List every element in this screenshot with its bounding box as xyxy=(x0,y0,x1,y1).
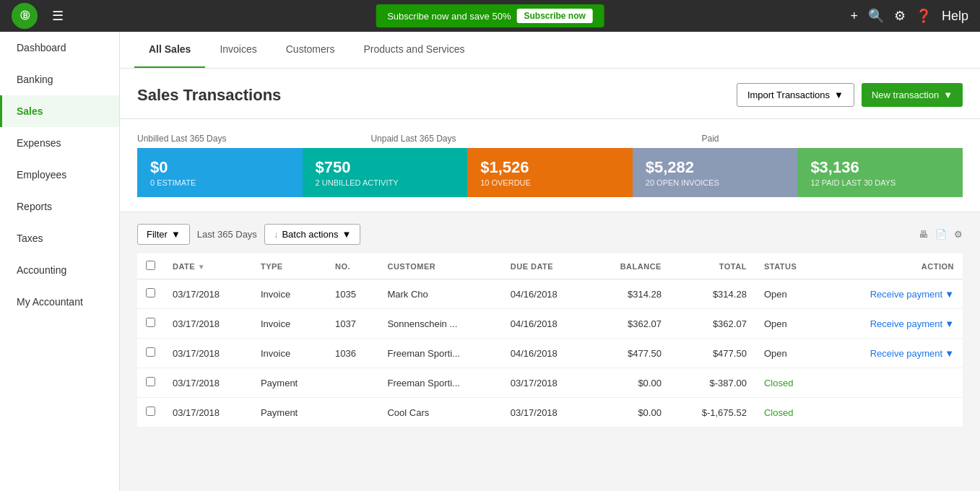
header-actions: Import Transactions ▼ New transaction ▼ xyxy=(737,83,963,107)
export-icon[interactable]: 📄 xyxy=(935,229,947,240)
tab-invoices[interactable]: Invoices xyxy=(205,32,271,68)
row-customer-1: Sonnenschein ... xyxy=(378,309,501,339)
date-sort-icon: ▼ xyxy=(198,263,205,271)
batch-label: Batch actions xyxy=(282,229,338,240)
action-chevron-icon: ▼ xyxy=(945,318,954,329)
gear-icon[interactable]: ⚙ xyxy=(894,8,906,24)
row-status-0: Open xyxy=(755,279,824,309)
sidebar-item-my-accountant[interactable]: My Accountant xyxy=(0,286,119,318)
col-action: ACTION xyxy=(824,253,963,279)
promo-banner: Subscribe now and save 50% Subscribe now xyxy=(376,4,604,27)
row-balance-2: $477.50 xyxy=(590,339,670,368)
stat-open-invoices[interactable]: $5,282 20 OPEN INVOICES xyxy=(633,148,798,197)
hamburger-icon[interactable]: ☰ xyxy=(52,8,64,24)
tab-products-services[interactable]: Products and Services xyxy=(349,32,479,68)
main-content: All Sales Invoices Customers Products an… xyxy=(120,32,980,491)
row-balance-4: $0.00 xyxy=(590,398,670,427)
import-label: Import Transactions xyxy=(747,90,830,100)
print-icon[interactable]: 🖶 xyxy=(919,229,928,240)
unpaid-label: Unpaid Last 365 Days xyxy=(370,134,456,144)
row-customer-4: Cool Cars xyxy=(378,398,501,427)
tab-all-sales[interactable]: All Sales xyxy=(134,32,205,68)
row-status-1: Open xyxy=(755,309,824,339)
import-chevron-icon: ▼ xyxy=(834,90,844,100)
row-date-3: 03/17/2018 xyxy=(164,368,252,398)
receive-payment-link[interactable]: Receive payment ▼ xyxy=(833,289,954,300)
stat-estimate[interactable]: $0 0 ESTIMATE xyxy=(137,148,303,197)
sidebar-item-employees[interactable]: Employees xyxy=(0,159,119,191)
top-navigation: Ⓑ ☰ Subscribe now and save 50% Subscribe… xyxy=(0,0,980,32)
row-action-4 xyxy=(824,398,963,427)
row-checkbox-cell-4 xyxy=(137,398,164,427)
search-icon[interactable]: 🔍 xyxy=(868,8,884,24)
import-transactions-button[interactable]: Import Transactions ▼ xyxy=(737,83,854,107)
estimate-amount: $0 xyxy=(150,158,290,177)
stat-unbilled[interactable]: $750 2 UNBILLED ACTIVITY xyxy=(303,148,468,197)
col-customer[interactable]: CUSTOMER xyxy=(378,253,501,279)
receive-payment-link[interactable]: Receive payment ▼ xyxy=(833,348,954,359)
tab-customers[interactable]: Customers xyxy=(272,32,350,68)
sidebar-item-reports[interactable]: Reports xyxy=(0,191,119,222)
help-label[interactable]: Help xyxy=(942,9,968,24)
row-customer-3: Freeman Sporti... xyxy=(378,368,501,398)
stats-cards: $0 0 ESTIMATE $750 2 UNBILLED ACTIVITY $… xyxy=(137,148,963,197)
sidebar-item-sales[interactable]: Sales xyxy=(0,95,119,127)
sidebar-item-banking[interactable]: Banking xyxy=(0,64,119,95)
table-row: 03/17/2018 Payment Cool Cars 03/17/2018 … xyxy=(137,398,963,427)
row-checkbox-3[interactable] xyxy=(146,377,155,386)
row-customer-0: Mark Cho xyxy=(378,279,501,309)
table-row: 03/17/2018 Payment Freeman Sporti... 03/… xyxy=(137,368,963,398)
sidebar-item-dashboard[interactable]: Dashboard xyxy=(0,32,119,64)
new-transaction-button[interactable]: New transaction ▼ xyxy=(862,83,963,107)
filter-button[interactable]: Filter ▼ xyxy=(137,224,190,245)
action-chevron-icon: ▼ xyxy=(945,348,954,359)
row-type-1: Invoice xyxy=(252,309,326,339)
sidebar: Dashboard Banking Sales Expenses Employe… xyxy=(0,32,120,491)
col-balance[interactable]: BALANCE xyxy=(590,253,670,279)
unbilled-amount: $750 xyxy=(316,158,455,177)
row-checkbox-4[interactable] xyxy=(146,407,155,416)
col-total[interactable]: TOTAL xyxy=(670,253,755,279)
row-no-4 xyxy=(326,398,378,427)
promo-text: Subscribe now and save 50% xyxy=(387,11,511,22)
row-due-date-0: 04/16/2018 xyxy=(502,279,590,309)
col-status[interactable]: STATUS xyxy=(755,253,824,279)
transactions-table: DATE ▼ TYPE NO. CUSTOMER DUE DATE BALANC… xyxy=(137,253,963,427)
sub-tabs: All Sales Invoices Customers Products an… xyxy=(120,32,980,69)
col-due-date[interactable]: DUE DATE xyxy=(502,253,590,279)
unbilled-sub: 2 UNBILLED ACTIVITY xyxy=(316,178,455,187)
receive-payment-link[interactable]: Receive payment ▼ xyxy=(833,318,954,329)
open-invoices-amount: $5,282 xyxy=(646,158,785,177)
col-date[interactable]: DATE ▼ xyxy=(164,253,252,279)
row-checkbox-1[interactable] xyxy=(146,318,155,327)
table-row: 03/17/2018 Invoice 1036 Freeman Sporti..… xyxy=(137,339,963,368)
row-due-date-3: 03/17/2018 xyxy=(502,368,590,398)
filter-chevron-icon: ▼ xyxy=(171,229,181,240)
col-no[interactable]: NO. xyxy=(326,253,378,279)
sidebar-item-expenses[interactable]: Expenses xyxy=(0,127,119,159)
row-type-0: Invoice xyxy=(252,279,326,309)
sidebar-item-taxes[interactable]: Taxes xyxy=(0,222,119,254)
row-checkbox-0[interactable] xyxy=(146,288,155,297)
row-balance-0: $314.28 xyxy=(590,279,670,309)
sidebar-item-accounting[interactable]: Accounting xyxy=(0,254,119,286)
row-checkbox-cell-1 xyxy=(137,309,164,339)
settings-icon[interactable]: ⚙ xyxy=(954,229,963,240)
paid-amount: $3,136 xyxy=(810,158,950,177)
row-total-2: $477.50 xyxy=(670,339,755,368)
stat-paid[interactable]: $3,136 12 PAID LAST 30 DAYS xyxy=(797,148,963,197)
col-type[interactable]: TYPE xyxy=(252,253,326,279)
row-due-date-1: 04/16/2018 xyxy=(502,309,590,339)
page-title: Sales Transactions xyxy=(137,86,281,105)
row-checkbox-2[interactable] xyxy=(146,347,155,357)
subscribe-button[interactable]: Subscribe now xyxy=(516,9,592,23)
help-icon[interactable]: ❓ xyxy=(916,8,932,24)
stat-overdue[interactable]: $1,526 10 OVERDUE xyxy=(467,148,633,197)
plus-icon[interactable]: + xyxy=(850,9,858,24)
batch-chevron-icon: ▼ xyxy=(342,229,351,240)
select-all-checkbox[interactable] xyxy=(146,261,155,270)
batch-actions-button[interactable]: ↓ Batch actions ▼ xyxy=(264,224,360,245)
row-customer-2: Freeman Sporti... xyxy=(378,339,501,368)
filter-label: Filter xyxy=(147,229,168,240)
row-balance-1: $362.07 xyxy=(590,309,670,339)
